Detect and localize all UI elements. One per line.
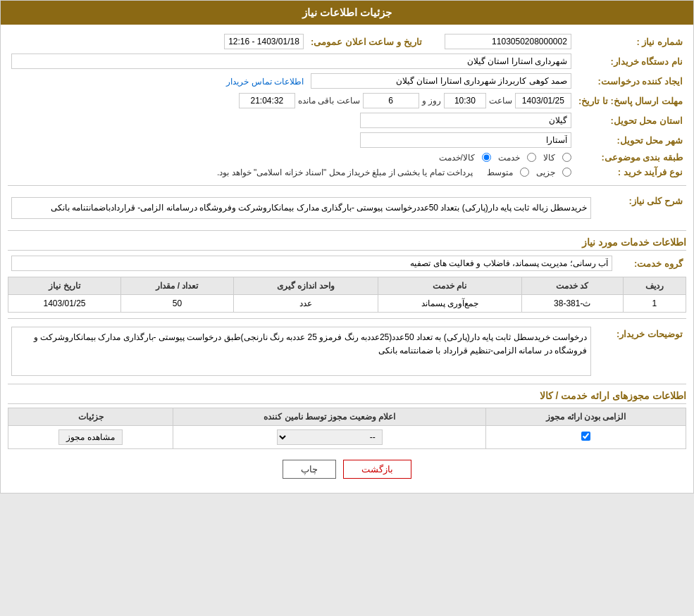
col-status: اعلام وضعیت مجوز توسط نامین کننده: [173, 408, 486, 426]
requester-label: ایجاد کننده درخواست:: [575, 71, 686, 91]
process-jazyi-radio[interactable]: [562, 168, 571, 177]
process-jazyi-label: جزیی: [536, 168, 555, 177]
license-mandatory-cell: [486, 426, 686, 449]
category-kala-label: کالا: [543, 153, 555, 163]
cell-unit: عدد: [233, 295, 378, 313]
service-group-input[interactable]: [11, 256, 612, 271]
table-row: 1 ث-381-38 جمع‌آوری پسماند عدد 50 1403/0…: [8, 295, 686, 313]
response-days: 6: [363, 93, 419, 108]
category-kala-radio[interactable]: [562, 153, 571, 162]
need-desc-value: خریدسطل زباله ثابت پایه دار(پارکی) بتعدا…: [11, 197, 591, 219]
buyer-org-input[interactable]: [11, 54, 571, 69]
response-days-label: روز و: [422, 96, 441, 106]
process-label: نوع فرآیند خرید :: [575, 165, 686, 180]
announce-value: 1403/01/18 - 12:16: [224, 34, 304, 49]
buyer-desc-value: درخواست خریدسطل ثابت پایه دار(پارکی) به …: [11, 327, 591, 376]
col-row: ردیف: [623, 277, 686, 295]
service-group-label: گروه خدمت:: [616, 253, 686, 273]
license-mandatory-checkbox[interactable]: [581, 432, 590, 441]
footer-buttons: بازگشت چاپ: [8, 460, 686, 479]
license-status-select[interactable]: --: [277, 429, 383, 445]
requester-input[interactable]: [311, 73, 571, 89]
response-date: 1403/01/25: [515, 93, 571, 108]
need-desc-label: شرح کلی نیاز:: [595, 191, 686, 225]
services-table: ردیف کد خدمت نام خدمت واحد اندازه گیری ت…: [8, 277, 686, 313]
contact-link[interactable]: اطلاعات تماس خریدار: [226, 77, 304, 87]
license-row: -- مشاهده مجوز: [8, 426, 686, 449]
process-motavasset-radio[interactable]: [520, 168, 529, 177]
cell-row: 1: [623, 295, 686, 313]
city-label: شهر محل تحویل:: [575, 130, 686, 150]
buyer-org-label: نام دستگاه خریدار:: [575, 51, 686, 71]
need-number-input[interactable]: [445, 34, 571, 49]
col-date: تاریخ نیاز: [8, 277, 121, 295]
cell-code: ث-381-38: [521, 295, 623, 313]
need-number-label: شماره نیاز :: [575, 32, 686, 51]
buyer-desc-label: توضیحات خریدار:: [595, 325, 686, 378]
col-unit: واحد اندازه گیری: [233, 277, 378, 295]
category-label: طبقه بندی موضوعی:: [575, 150, 686, 165]
province-label: استان محل تحویل:: [575, 111, 686, 130]
response-remaining-label: ساعت باقی مانده: [298, 96, 360, 106]
category-khedmat-radio[interactable]: [527, 153, 536, 162]
col-service-code: کد خدمت: [521, 277, 623, 295]
category-kala-khedmat-label: کالا/خدمت: [439, 153, 475, 163]
back-button[interactable]: بازگشت: [343, 460, 411, 479]
services-section-title: اطلاعات خدمات مورد نیاز: [8, 237, 686, 251]
process-note: پرداخت تمام یا بخشی از مبلغ خریداز محل "…: [217, 168, 473, 177]
col-service-name: نام خدمت: [378, 277, 521, 295]
cell-qty: 50: [120, 295, 233, 313]
license-table: الزامی بودن ارائه مجوز اعلام وضعیت مجوز …: [8, 408, 686, 449]
province-input[interactable]: [360, 113, 571, 128]
col-details: جزئیات: [8, 408, 173, 426]
process-motavasset-label: متوسط: [487, 168, 513, 177]
col-mandatory: الزامی بودن ارائه مجوز: [486, 408, 686, 426]
view-license-button[interactable]: مشاهده مجوز: [58, 429, 122, 445]
page-title: جزئیات اطلاعات نیاز: [1, 1, 693, 25]
category-khedmat-label: خدمت: [498, 153, 520, 163]
col-quantity: تعداد / مقدار: [120, 277, 233, 295]
response-remaining: 21:04:32: [239, 93, 295, 108]
response-deadline-label: مهلت ارسال پاسخ: تا تاریخ:: [575, 91, 686, 111]
license-section-title: اطلاعات مجوزهای ارائه خدمت / کالا: [8, 390, 686, 404]
announce-label: تاریخ و ساعت اعلان عمومی:: [307, 32, 434, 51]
response-time-label: ساعت: [489, 96, 512, 106]
cell-date: 1403/01/25: [8, 295, 121, 313]
response-time: 10:30: [444, 93, 486, 108]
license-status-cell: --: [173, 426, 486, 449]
city-input[interactable]: [360, 132, 571, 148]
category-kala-khedmat-radio[interactable]: [482, 153, 491, 162]
print-button[interactable]: چاپ: [283, 460, 336, 479]
license-details-cell: مشاهده مجوز: [8, 426, 173, 449]
cell-name: جمع‌آوری پسماند: [378, 295, 521, 313]
